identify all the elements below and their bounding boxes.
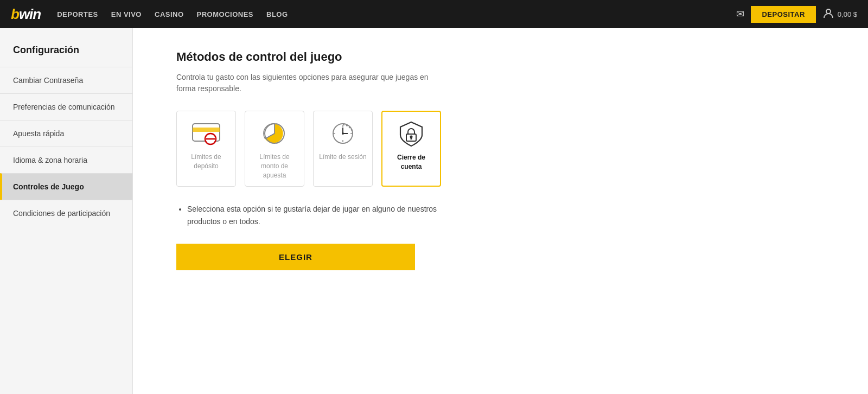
card-limites-apuesta-label: Límites de monto de apuesta xyxy=(251,152,298,180)
card-cierre-cuenta-label: Cierre de cuenta xyxy=(388,153,435,171)
svg-point-16 xyxy=(342,132,344,135)
sidebar-item-preferencias[interactable]: Preferencias de comunicación xyxy=(0,93,132,120)
info-bullet-list: Selecciona esta opción si te gustaría de… xyxy=(176,203,448,227)
card-limites-deposito-label: Límites de depósito xyxy=(182,152,230,171)
nav-en-vivo[interactable]: EN VIVO xyxy=(111,10,142,18)
session-limit-icon xyxy=(327,120,359,147)
balance: 0,00 $ xyxy=(838,10,857,18)
card-limite-sesion[interactable]: Límite de sesión xyxy=(313,111,373,187)
logo-win: win xyxy=(19,6,41,22)
section-description: Controla tu gasto con las siguientes opc… xyxy=(176,72,448,94)
sidebar-menu: Cambiar Contraseña Preferencias de comun… xyxy=(0,67,132,226)
deposit-button[interactable]: DEPOSITAR xyxy=(751,6,815,23)
account-close-icon xyxy=(395,120,427,148)
sidebar-title: Configuración xyxy=(0,45,132,67)
nav-casino[interactable]: CASINO xyxy=(155,10,184,18)
svg-rect-19 xyxy=(411,137,412,139)
sidebar-item-condiciones[interactable]: Condiciones de participación xyxy=(0,200,132,226)
header: bwin DEPORTES EN VIVO CASINO PROMOCIONES… xyxy=(0,0,868,28)
header-right: ✉ DEPOSITAR 0,00 $ xyxy=(736,6,857,23)
deposit-limit-icon xyxy=(190,120,222,147)
logo-b: b xyxy=(11,6,19,22)
card-limite-sesion-label: Límite de sesión xyxy=(319,152,366,162)
section-title: Métodos de control del juego xyxy=(176,50,825,64)
logo[interactable]: bwin xyxy=(11,6,41,23)
sidebar-item-apuesta[interactable]: Apuesta rápida xyxy=(0,120,132,147)
main-content: Métodos de control del juego Controla tu… xyxy=(133,28,868,394)
svg-rect-2 xyxy=(193,128,220,132)
nav-promociones[interactable]: PROMOCIONES xyxy=(197,10,253,18)
nav-blog[interactable]: BLOG xyxy=(266,10,288,18)
mail-icon[interactable]: ✉ xyxy=(736,8,744,20)
card-limites-apuesta[interactable]: Límites de monto de apuesta xyxy=(245,111,304,187)
sidebar: Configuración Cambiar Contraseña Prefere… xyxy=(0,28,133,394)
sidebar-item-idioma[interactable]: Idioma & zona horaria xyxy=(0,147,132,173)
sidebar-item-cambiar[interactable]: Cambiar Contraseña xyxy=(0,67,132,93)
main-nav: DEPORTES EN VIVO CASINO PROMOCIONES BLOG xyxy=(57,10,736,18)
card-limites-deposito[interactable]: Límites de depósito xyxy=(176,111,236,187)
nav-deportes[interactable]: DEPORTES xyxy=(57,10,98,18)
control-cards: Límites de depósito xyxy=(176,111,825,187)
bet-limit-icon xyxy=(258,120,291,147)
info-bullet-item: Selecciona esta opción si te gustaría de… xyxy=(187,203,448,227)
page-container: Configuración Cambiar Contraseña Prefere… xyxy=(0,28,868,394)
svg-point-0 xyxy=(826,9,831,14)
elegir-button[interactable]: ELEGIR xyxy=(176,244,415,270)
card-cierre-cuenta[interactable]: Cierre de cuenta xyxy=(381,111,441,187)
sidebar-item-controles[interactable]: Controles de Juego xyxy=(0,173,132,200)
user-icon[interactable] xyxy=(822,7,834,22)
